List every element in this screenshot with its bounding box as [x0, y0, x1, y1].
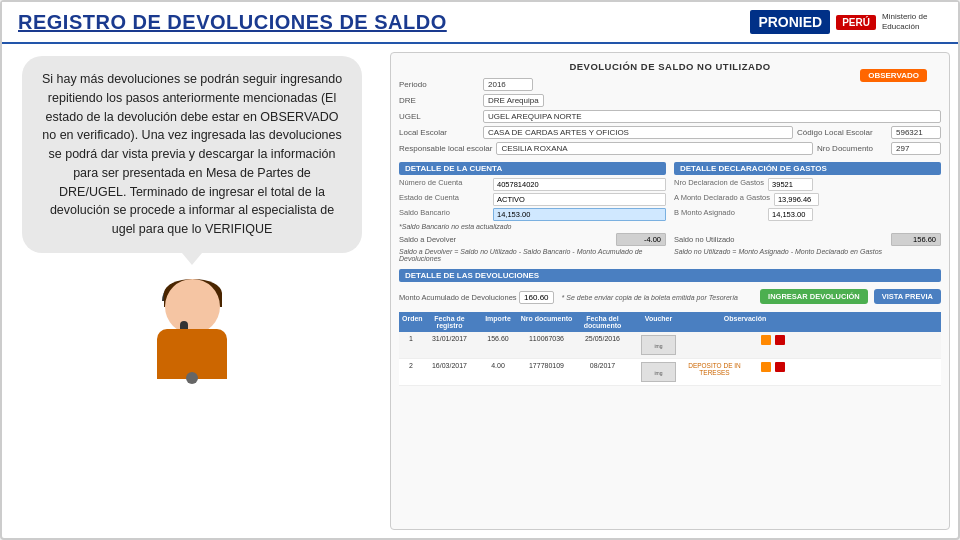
saldo-banco-label: Saldo Bancario: [399, 208, 489, 221]
edit-icon-1[interactable]: [761, 335, 771, 345]
codigo-value: 596321: [891, 126, 941, 139]
page-title: REGISTRO DE DEVOLUCIONES DE SALDO: [18, 11, 447, 34]
td-importe-2: 4.00: [478, 361, 518, 383]
td-fecha-doc-1: 25/05/2016: [575, 334, 630, 356]
monto-b-value: 14,153.00: [768, 208, 813, 221]
numero-label: Número de Cuenta: [399, 178, 489, 191]
saldo-banco-value: 14,153.00: [493, 208, 666, 221]
local-label: Local Escolar: [399, 128, 479, 137]
avatar-area: [22, 279, 362, 379]
action-buttons: INGRESAR DEVOLUCIÓN VISTA PREVIA: [760, 289, 941, 304]
cuenta-header: DETALLE DE LA CUENTA: [399, 162, 666, 175]
monto-value: 160.60: [519, 291, 553, 304]
th-actions: [804, 314, 834, 330]
saldo-devolver-value: -4.00: [616, 233, 666, 246]
saldo-devolver-area: Saldo a Devolver -4.00 Saldo a Devolver …: [399, 233, 666, 265]
speech-text: Si hay más devoluciones se podrán seguir…: [42, 72, 342, 236]
local-value: CASA DE CARDAS ARTES Y OFICIOS: [483, 126, 793, 139]
speech-bubble: Si hay más devoluciones se podrán seguir…: [22, 56, 362, 253]
codigo-label: Código Local Escolar: [797, 128, 887, 137]
monto-b-label: B Monto Asignado: [674, 208, 764, 221]
ingresar-devolucion-button[interactable]: INGRESAR DEVOLUCIÓN: [760, 289, 868, 304]
td-importe-1: 156.60: [478, 334, 518, 356]
voucher-image-1: img: [641, 335, 676, 355]
avatar: [147, 279, 237, 379]
td-fecha-reg-1: 31/01/2017: [422, 334, 477, 356]
th-observacion: Observación: [687, 314, 803, 330]
numero-row: Número de Cuenta 4057814020: [399, 178, 666, 191]
local-row: Local Escolar CASA DE CARDAS ARTES Y OFI…: [399, 126, 941, 139]
documento-label: Nro Documento: [817, 144, 887, 153]
saldo-utilizado-row: Saldo no Utilizado 156.60: [674, 233, 941, 246]
td-fecha-doc-2: 08/2017: [575, 361, 630, 383]
th-importe: Importe: [478, 314, 518, 330]
main-container: REGISTRO DE DEVOLUCIONES DE SALDO PRONIE…: [0, 0, 960, 540]
td-voucher-1: img: [631, 334, 686, 356]
nro-dec-row: Nro Declaracion de Gastos 39521: [674, 178, 941, 191]
vista-previa-button[interactable]: VISTA PREVIA: [874, 289, 941, 304]
saldo-banco-row: Saldo Bancario 14,153.00: [399, 208, 666, 221]
td-actions-1[interactable]: [743, 334, 803, 356]
nro-dec-label: Nro Declaracion de Gastos: [674, 178, 764, 191]
devoluciones-table: Orden Fecha de registro Importe Nro docu…: [399, 312, 941, 386]
devoluciones-controls: Monto Acumulado de Devoluciones 160.60 *…: [399, 285, 941, 308]
saldo-formula2: Saldo no Utilizado = Monto Asignado - Mo…: [674, 248, 941, 255]
td-nro-doc-1: 110067036: [519, 334, 574, 356]
voucher-image-2: img: [641, 362, 676, 382]
delete-icon-2[interactable]: [775, 362, 785, 372]
td-voucher-2: img: [631, 361, 686, 383]
saldo-utilizado-label: Saldo no Utilizado: [674, 235, 887, 244]
td-fecha-reg-2: 16/03/2017: [422, 361, 477, 383]
td-obs-1: [687, 334, 742, 356]
responsable-value: CESILIA ROXANA: [496, 142, 813, 155]
devoluciones-nota: * Se debe enviar copia de la boleta emit…: [562, 292, 752, 302]
estado-label: Estado de Cuenta: [399, 193, 489, 206]
ugel-row: UGEL UGEL AREQUIPA NORTE: [399, 110, 941, 123]
td-obs-2: DEPOSITO DE INTERESES: [687, 361, 742, 383]
edit-icon-2[interactable]: [761, 362, 771, 372]
dre-value: DRE Arequipa: [483, 94, 544, 107]
monto-acumulado-area: Monto Acumulado de Devoluciones 160.60: [399, 292, 554, 302]
ugel-label: UGEL: [399, 112, 479, 121]
th-fecha-reg: Fecha de registro: [422, 314, 477, 330]
table-header: Orden Fecha de registro Importe Nro docu…: [399, 312, 941, 332]
gastos-header: DETALLE DECLARACIÓN DE GASTOS: [674, 162, 941, 175]
content-area: Si hay más devoluciones se podrán seguir…: [2, 44, 958, 538]
pronied-logo: PRONIED: [750, 10, 830, 34]
monto-a-row: A Monto Declarado a Gastos 13,996.46: [674, 193, 941, 206]
table-row: 2 16/03/2017 4.00 177780109 08/2017 img …: [399, 359, 941, 386]
responsable-label: Responsable local escolar: [399, 144, 492, 153]
devolucion-nota-text: * Se debe enviar copia de la boleta emit…: [562, 294, 738, 301]
td-orden-2: 2: [401, 361, 421, 383]
monto-label: Monto Acumulado de Devoluciones: [399, 293, 517, 302]
avatar-head: [165, 279, 220, 334]
documento-value: 297: [891, 142, 941, 155]
saldo-devolver-label: Saldo a Devolver: [399, 235, 612, 244]
left-panel: Si hay más devoluciones se podrán seguir…: [2, 44, 382, 538]
th-fecha-doc: Fecha del documento: [575, 314, 630, 330]
table-row: 1 31/01/2017 156.60 110067036 25/05/2016…: [399, 332, 941, 359]
gastos-column: DETALLE DECLARACIÓN DE GASTOS Nro Declar…: [674, 158, 941, 233]
minedu-text: Ministerio de Educación: [882, 12, 942, 31]
th-voucher: Voucher: [631, 314, 686, 330]
saldo-section: Saldo a Devolver -4.00 Saldo a Devolver …: [399, 233, 941, 265]
logo-area: PRONIED PERÚ Ministerio de Educación: [750, 10, 942, 34]
form-container: DEVOLUCIÓN DE SALDO NO UTILIZADO OBSERVA…: [390, 52, 950, 530]
delete-icon-1[interactable]: [775, 335, 785, 345]
saldo-utilizado-value: 156.60: [891, 233, 941, 246]
th-nro-doc: Nro documento: [519, 314, 574, 330]
estado-row: Estado de Cuenta ACTIVO: [399, 193, 666, 206]
td-actions-2[interactable]: [743, 361, 803, 383]
right-panel: DEVOLUCIÓN DE SALDO NO UTILIZADO OBSERVA…: [382, 44, 958, 538]
ugel-value: UGEL AREQUIPA NORTE: [483, 110, 941, 123]
dot-indicator: [186, 372, 198, 384]
monto-a-value: 13,996.46: [774, 193, 819, 206]
peru-badge: PERÚ: [836, 15, 876, 30]
numero-value: 4057814020: [493, 178, 666, 191]
detail-columns: DETALLE DE LA CUENTA Número de Cuenta 40…: [399, 158, 941, 233]
dre-row: DRE DRE Arequipa: [399, 94, 941, 107]
saldo-utilizado-area: Saldo no Utilizado 156.60 Saldo no Utili…: [674, 233, 941, 265]
nro-dec-value: 39521: [768, 178, 813, 191]
cuenta-column: DETALLE DE LA CUENTA Número de Cuenta 40…: [399, 158, 666, 233]
observado-button[interactable]: OBSERVADO: [860, 69, 927, 82]
